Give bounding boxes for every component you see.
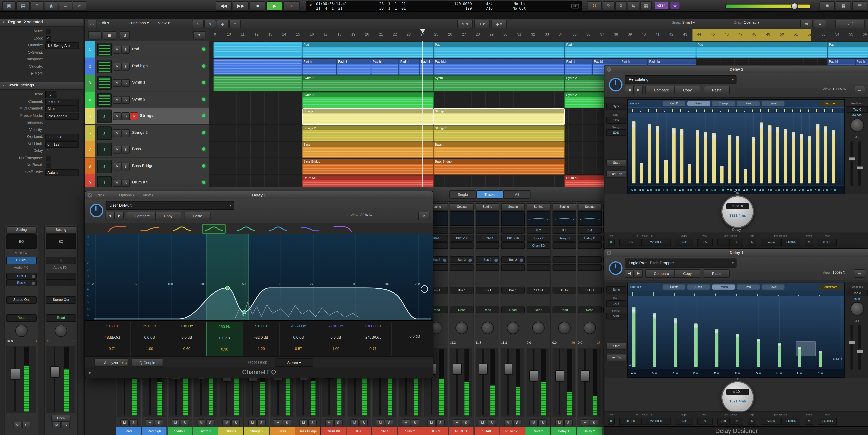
audio-fx-slot-1[interactable]: Btt15-16 xyxy=(501,235,525,242)
send-slot[interactable]: Bus 2 xyxy=(501,256,525,263)
channel-mute-button[interactable]: M xyxy=(146,420,154,426)
param-value-box[interactable]: 6 dB xyxy=(676,418,692,425)
sync-button[interactable]: Sync xyxy=(606,286,626,293)
tap-bar[interactable] xyxy=(800,134,803,183)
channel-solo-button[interactable]: S xyxy=(334,420,342,426)
region-pad-hi[interactable]: Pad hi xyxy=(399,59,420,75)
monitor-icon[interactable]: ▣ xyxy=(2,1,16,11)
mix-wet-slider[interactable] xyxy=(850,324,853,370)
pan-knob[interactable] xyxy=(558,322,570,334)
region-synth-2[interactable]: Synth 2 xyxy=(302,75,434,91)
window-resize-icon[interactable]: ▭ xyxy=(427,193,430,197)
band-q[interactable]: 0.30 xyxy=(207,347,243,351)
channel-input-slot[interactable]: B 4 xyxy=(578,227,601,234)
channel-name-tab[interactable]: Delay 1 xyxy=(551,427,576,435)
start-button[interactable]: Start xyxy=(606,159,626,166)
eq-band-values-1[interactable]: 315 Hz48dB/Oct0.71 xyxy=(94,322,131,355)
track-row[interactable]: Transpose: xyxy=(0,119,84,126)
arrange-tool-icon-3[interactable]: ≡ xyxy=(229,20,241,28)
start-button[interactable]: Start xyxy=(606,343,626,350)
autozoom-button[interactable]: Autozoom xyxy=(819,101,843,106)
send-slot[interactable]: Bus 2 xyxy=(450,256,474,263)
track-name[interactable]: Drum Kit xyxy=(132,180,148,184)
tap-bar[interactable] xyxy=(768,125,771,183)
automation-slot[interactable]: Read xyxy=(552,307,576,313)
track-value[interactable]: Pre Fader⇅ xyxy=(45,113,79,120)
pan-knob[interactable] xyxy=(532,322,545,334)
tap-bar[interactable] xyxy=(632,121,636,183)
prev-preset-button[interactable]: ◀ xyxy=(625,269,634,278)
track-solo-button[interactable]: S xyxy=(121,179,130,187)
arrange-tool-icon-1[interactable]: ✎ xyxy=(204,20,216,28)
param-value-box[interactable]: ⇆ xyxy=(748,418,756,425)
band-frequency[interactable]: 510 Hz xyxy=(243,324,279,328)
pan-knob[interactable] xyxy=(507,322,519,334)
mix-dry-slider[interactable] xyxy=(859,324,861,370)
plugin-icon[interactable]: ⊕ xyxy=(671,2,680,9)
eq-band-values-4[interactable]: 250 Hz0.0 dB0.30 xyxy=(206,322,243,357)
channel-setting-button[interactable]: Setting xyxy=(578,203,601,211)
region-pad[interactable]: Pad xyxy=(696,42,828,58)
channel-mute-button[interactable]: M xyxy=(172,420,180,426)
channel-input-slot[interactable] xyxy=(475,227,499,234)
channel-setting-button[interactable]: Setting xyxy=(450,203,474,211)
param-value-box[interactable]: 88% xyxy=(697,239,713,246)
region-checkbox[interactable]: ✓ xyxy=(46,36,51,41)
band-gain[interactable]: 0.0 dB xyxy=(318,335,354,339)
pointer-tool-icon-0[interactable]: ↖ ▾ xyxy=(457,20,473,28)
channel-solo-button[interactable]: S xyxy=(564,420,572,426)
track-header-strings-2[interactable]: 6♪MSStrings 2 xyxy=(85,125,209,142)
lcd-signature-bottom[interactable]: /16 xyxy=(480,6,499,11)
track-mute-button[interactable]: M xyxy=(113,79,121,87)
tap-bar[interactable] xyxy=(760,123,763,183)
track-solo-button[interactable]: S xyxy=(121,62,130,70)
audio-fx-slot-1[interactable]: Delay D xyxy=(552,235,576,242)
feedback-tap-selector[interactable]: Tap A xyxy=(846,289,868,296)
pan-knob[interactable] xyxy=(55,324,67,337)
bounce-button[interactable]: Bnce xyxy=(51,415,70,422)
track-row[interactable]: MIDI Channel:All⇅ xyxy=(0,105,84,112)
track-row[interactable]: No Transpose: xyxy=(0,154,84,161)
strip-slot-⇆[interactable]: ⇆ xyxy=(46,257,76,264)
tap-bar[interactable] xyxy=(816,124,819,183)
send-slot-2[interactable] xyxy=(475,264,499,271)
send-slot-2[interactable] xyxy=(450,264,474,271)
track-name[interactable]: Bass xyxy=(132,147,141,151)
solo-button[interactable]: S xyxy=(62,422,70,428)
channel-solo-button[interactable]: S xyxy=(206,420,214,426)
region-pad[interactable]: Pad xyxy=(433,42,565,58)
tap-time-value[interactable]: 1071.4ms xyxy=(722,399,753,403)
channel-solo-button[interactable]: S xyxy=(436,420,445,426)
lcd-io-top[interactable]: No In xyxy=(503,2,535,6)
strip-slot-exs24[interactable]: EXS24 xyxy=(6,257,37,264)
tap-display[interactable]: slope ▾CutoffResoTranspPanLevelAutozoomA… xyxy=(627,99,845,194)
fader-cap[interactable] xyxy=(555,370,564,381)
tap-bar[interactable] xyxy=(674,318,677,367)
region-strings-3[interactable]: Strings 3 xyxy=(433,125,565,142)
feedback-knob[interactable] xyxy=(850,302,864,315)
strip-slot-eq[interactable]: EQ xyxy=(46,234,76,249)
prev-preset-button[interactable]: ◀ xyxy=(105,212,115,220)
arrange-tool-icon-0[interactable]: ↖ xyxy=(192,20,204,28)
tap-letter[interactable]: J xyxy=(818,371,819,375)
channel-mute-button[interactable]: M xyxy=(350,420,359,426)
track-header-pad-high[interactable]: 2MSPad high xyxy=(85,58,209,75)
tap-letter[interactable]: H xyxy=(776,371,778,375)
track-name[interactable]: Strings xyxy=(140,114,154,117)
channel-mute-button[interactable]: M xyxy=(530,420,538,426)
lane-tab-pan[interactable]: Pan xyxy=(737,284,760,289)
band-q[interactable]: 1.00 xyxy=(318,347,354,350)
channel-mute-button[interactable]: M xyxy=(427,420,436,426)
next-preset-button[interactable]: ▶ xyxy=(115,212,124,220)
track-header-drum-kit[interactable]: 9♪MSDrum Kit xyxy=(85,175,209,187)
volume-value[interactable]: 0.0 xyxy=(46,339,51,343)
snap-selector[interactable]: Snap: Smart ▾ xyxy=(672,20,726,27)
audio-fx-slot-2[interactable] xyxy=(578,242,601,249)
add-track-button[interactable]: + xyxy=(88,31,101,39)
param-value-box[interactable]: -10 xyxy=(717,418,730,425)
panel-icon[interactable]: ▭ xyxy=(87,20,97,28)
lane-parameter-label[interactable]: slope ▾ xyxy=(630,102,640,105)
tap-bar[interactable] xyxy=(728,135,732,183)
channel-solo-button[interactable]: S xyxy=(538,420,547,426)
eq-band-button-2[interactable] xyxy=(138,224,161,234)
